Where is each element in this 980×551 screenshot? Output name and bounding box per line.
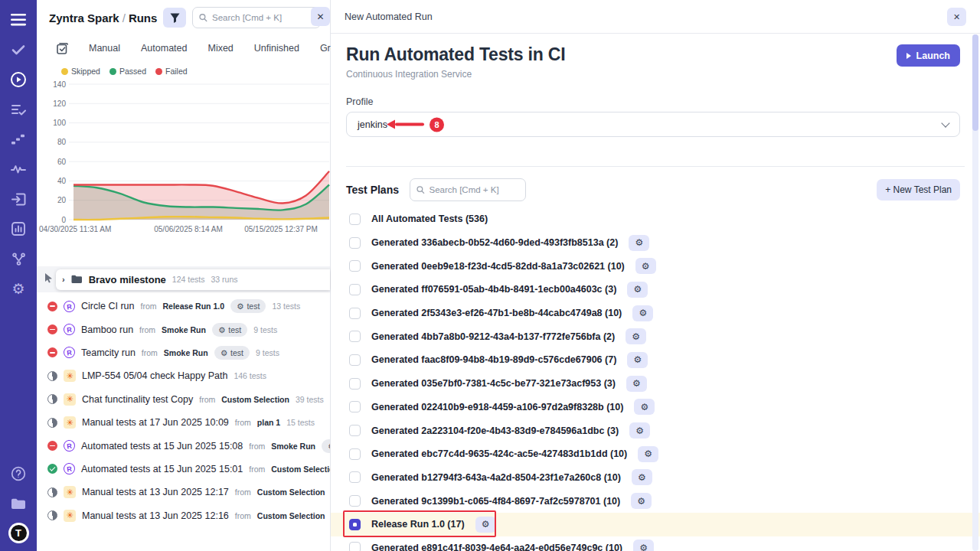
test-plan-row[interactable]: Generated e891c41f-8039-4e64-aa24-e0d56e…: [346, 536, 960, 551]
account-logo[interactable]: T: [8, 523, 29, 543]
test-plan-row[interactable]: Generated 0eeb9e18-f23d-4cd5-82dd-8a1a73…: [346, 254, 960, 278]
run-config-badge[interactable]: ⚙test: [322, 439, 330, 453]
plan-settings-button[interactable]: ⚙: [626, 328, 646, 344]
run-row[interactable]: RAutomated tests at 15 Jun 2025 15:01fro…: [37, 458, 330, 481]
test-plan-row[interactable]: Generated 9c1399b1-c065-4f84-8697-7af2c5…: [346, 489, 960, 513]
run-row[interactable]: ✳LMP-554 05/04 check Happy Path146 tests: [37, 364, 330, 387]
runs-search[interactable]: [192, 7, 321, 28]
tasks-check-icon[interactable]: [8, 39, 29, 60]
help-icon[interactable]: [8, 463, 29, 484]
plan-checkbox[interactable]: [349, 308, 361, 319]
pulse-icon[interactable]: [8, 158, 29, 180]
plan-settings-button[interactable]: ⚙: [634, 399, 655, 415]
test-plans-search-input[interactable]: [430, 185, 519, 194]
plan-checkbox[interactable]: [349, 354, 361, 366]
plan-checkbox[interactable]: [349, 471, 361, 483]
run-row[interactable]: RCircle CI runfromRelease Run 1.0⚙test13…: [37, 295, 330, 318]
plan-checkbox[interactable]: [349, 519, 361, 530]
plan-checkbox[interactable]: [349, 448, 361, 460]
plan-settings-button[interactable]: ⚙: [638, 446, 658, 462]
test-plan-row[interactable]: Generated ebc77c4d-9635-424c-ac5e-427483…: [346, 442, 960, 466]
run-row[interactable]: ✳Manual tests at 17 Jun 2025 10:09frompl…: [37, 411, 330, 434]
tab-automated[interactable]: Automated: [141, 43, 187, 54]
plan-checkbox[interactable]: [349, 284, 361, 295]
plan-checkbox[interactable]: [349, 401, 361, 412]
profile-select[interactable]: jenkins 8: [346, 112, 960, 137]
plan-checkbox[interactable]: [349, 425, 361, 436]
badge-label: test: [247, 302, 260, 311]
tab-unfinished[interactable]: Unfinished: [254, 43, 299, 54]
projects-folder-icon[interactable]: [8, 493, 29, 514]
plan-settings-button[interactable]: ⚙: [632, 305, 653, 321]
test-plan-row[interactable]: Generated b12794f3-643a-4a2d-8504-23f1e7…: [346, 466, 960, 490]
plan-label: All Automated Tests (536): [371, 214, 488, 224]
runs-panel-header: Zyntra Spark/Runs ✕: [37, 0, 330, 35]
plan-checkbox[interactable]: [349, 214, 361, 225]
test-plan-row[interactable]: Generated 336abecb-0b52-4d60-9ded-493f3f…: [346, 231, 960, 255]
chevron-right-icon[interactable]: ›: [62, 275, 65, 284]
panel-close-button[interactable]: ✕: [311, 7, 330, 26]
plan-checkbox[interactable]: [349, 331, 361, 342]
branches-icon[interactable]: [8, 248, 29, 269]
import-icon[interactable]: [8, 188, 29, 210]
select-runs-icon[interactable]: [57, 43, 68, 54]
new-test-plan-button[interactable]: + New Test Plan: [877, 179, 960, 201]
scrollbar-thumb[interactable]: [972, 34, 978, 131]
test-plan-row[interactable]: Release Run 1.0 (17)⚙: [331, 513, 980, 536]
plan-settings-button[interactable]: ⚙: [632, 469, 652, 485]
plan-checkbox[interactable]: [349, 237, 361, 249]
plan-settings-button[interactable]: ⚙: [626, 376, 647, 392]
tab-manual[interactable]: Manual: [89, 43, 120, 54]
test-plan-row[interactable]: Generated faac8f09-94b8-4b19-89d9-c576cd…: [346, 348, 960, 372]
run-row[interactable]: RAutomated tests at 15 Jun 2025 15:08fro…: [37, 434, 330, 457]
run-config-badge[interactable]: ⚙test: [230, 299, 266, 313]
plan-settings-button[interactable]: ⚙: [629, 422, 650, 439]
test-plan-row[interactable]: Generated 2a223104-f20e-4b43-83d9-e78459…: [346, 419, 960, 442]
run-config-badge[interactable]: ⚙test: [212, 323, 247, 337]
plan-settings-button[interactable]: ⚙: [629, 235, 649, 251]
new-automated-run-panel: New Automated Run ✕ Run Automated Tests …: [331, 0, 980, 551]
plan-settings-button[interactable]: ⚙: [633, 540, 654, 551]
runs-play-icon[interactable]: [8, 69, 29, 90]
plan-checkbox[interactable]: [349, 542, 361, 551]
plan-label: Generated 0eeb9e18-f23d-4cd5-82dd-8a1a73…: [371, 261, 625, 272]
plan-checkbox[interactable]: [349, 260, 361, 272]
run-row[interactable]: ✳Manual tests at 13 Jun 2025 12:17fromCu…: [37, 481, 330, 504]
launch-button[interactable]: Launch: [897, 44, 960, 67]
plan-checkbox[interactable]: [349, 378, 361, 390]
runs-search-input[interactable]: [212, 13, 314, 22]
cursor-pointer-icon: [44, 272, 53, 286]
annotation-arrow-head: [387, 120, 395, 129]
settings-gear-icon[interactable]: ⚙: [8, 278, 29, 299]
run-row[interactable]: ✳Chat functinality test CopyfromCustom S…: [37, 388, 330, 411]
test-plan-row[interactable]: Generated 035e7bf0-7381-4c5c-be77-321e73…: [346, 372, 960, 396]
status-in-progress-icon: [47, 394, 57, 404]
milestone-row[interactable]: › Bravo milestone 124 tests 33 runs: [56, 269, 330, 290]
run-row[interactable]: RBamboo runfromSmoke Run⚙test9 tests: [37, 318, 330, 341]
test-plans-search[interactable]: [410, 178, 526, 201]
tab-mixed[interactable]: Mixed: [207, 43, 233, 54]
plan-settings-button[interactable]: ⚙: [631, 493, 652, 509]
test-plan-row[interactable]: Generated 4bb7a8b0-9212-43a4-b137-f772fe…: [346, 324, 960, 348]
plan-settings-button[interactable]: ⚙: [635, 258, 656, 274]
plan-settings-button[interactable]: ⚙: [627, 282, 648, 298]
run-row[interactable]: RTeamcity runfromSmoke Run⚙test9 tests: [37, 341, 330, 364]
run-config-badge[interactable]: ⚙test: [214, 346, 250, 360]
filter-button[interactable]: [163, 8, 186, 28]
plan-settings-button[interactable]: ⚙: [627, 352, 648, 368]
plan-settings-button[interactable]: ⚙: [475, 517, 496, 533]
plan-checkbox[interactable]: [349, 495, 361, 507]
scrollbar-track[interactable]: [972, 34, 978, 551]
run-row[interactable]: ✳Manual tests at 13 Jun 2025 12:16fromCu…: [37, 504, 330, 527]
test-plans-list-icon[interactable]: [8, 99, 29, 120]
analytics-icon[interactable]: [8, 218, 29, 240]
test-plan-row[interactable]: Generated ff076591-05ab-4b4b-8491-1ecb00…: [346, 278, 960, 302]
test-plan-row[interactable]: All Automated Tests (536): [346, 207, 960, 231]
menu-icon[interactable]: [8, 9, 29, 31]
breadcrumb-project[interactable]: Zyntra Spark: [49, 11, 119, 24]
test-plan-row[interactable]: Generated 022410b9-e918-4459-a106-97d2a9…: [346, 396, 960, 419]
svg-text:100: 100: [53, 119, 66, 127]
drawer-close-button[interactable]: ✕: [947, 8, 966, 26]
test-plan-row[interactable]: Generated 2f5343e3-ef26-47b1-be8b-44cabc…: [346, 302, 960, 325]
steps-icon[interactable]: [8, 129, 29, 150]
